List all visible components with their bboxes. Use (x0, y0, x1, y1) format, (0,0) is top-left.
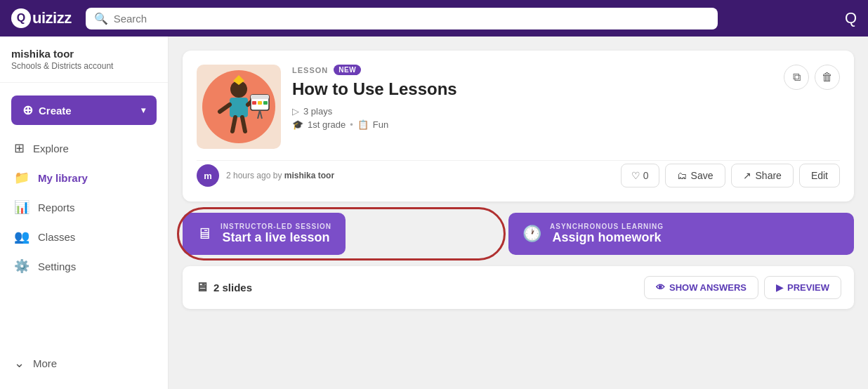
svg-rect-12 (263, 101, 268, 105)
assign-homework-button[interactable]: 🕐 ASYNCHRONOUS LEARNING Assign homework (508, 213, 854, 255)
heart-icon: ♡ (631, 170, 640, 181)
svg-line-7 (242, 117, 245, 131)
sidebar-item-label: Explore (33, 143, 69, 154)
async-btn-text: ASYNCHRONOUS LEARNING Assign homework (550, 223, 664, 245)
lesson-meta: ▷ 3 plays 🎓 1st grade • 📋 Fun (292, 106, 772, 130)
live-session-label: INSTRUCTOR-LED SESSION (221, 223, 331, 230)
save-label: Save (691, 170, 714, 181)
chevron-icon: ⌄ (14, 355, 25, 371)
lesson-type-label: LESSON (292, 66, 328, 74)
sidebar-item-label: Classes (38, 231, 75, 243)
duplicate-button[interactable]: ⧉ (784, 65, 809, 90)
slides-count: 2 slides (213, 282, 252, 294)
svg-rect-9 (251, 95, 269, 99)
create-label: Create (39, 105, 72, 117)
async-title: Assign homework (550, 230, 664, 245)
top-nav: Q uizizz 🔍 Q (0, 0, 868, 37)
logo: Q uizizz (11, 8, 72, 28)
search-input[interactable] (114, 13, 709, 25)
nav-right-icon[interactable]: Q (845, 9, 857, 27)
author-text: 2 hours ago by mishika toor (226, 171, 334, 180)
card-action-btns: ♡ 0 🗂 Save ↗ Share Edit (621, 164, 840, 187)
svg-rect-3 (230, 98, 248, 117)
sidebar-item-explore[interactable]: ⊞ Explore (0, 133, 168, 163)
main-content: LESSON NEW How to Use Lessons ▷ 3 plays … (169, 37, 868, 389)
new-badge: NEW (334, 65, 361, 75)
plays-count: 3 plays (303, 106, 332, 117)
sidebar-item-label: Settings (38, 261, 76, 272)
sidebar-item-label: My library (38, 172, 88, 184)
save-icon: 🗂 (677, 170, 687, 181)
svg-line-6 (232, 117, 235, 131)
save-button[interactable]: 🗂 Save (665, 164, 725, 187)
slides-info: 🖥 2 slides (195, 280, 252, 295)
show-answers-button[interactable]: 👁 SHOW ANSWERS (644, 276, 758, 299)
heart-button[interactable]: ♡ 0 (621, 164, 659, 187)
preview-label: PREVIEW (787, 282, 829, 293)
plus-icon: ⊕ (22, 103, 33, 118)
sidebar-item-label: Reports (38, 202, 75, 213)
search-icon: 🔍 (94, 12, 108, 25)
duplicate-icon: ⧉ (793, 71, 801, 84)
share-icon: ↗ (743, 170, 751, 181)
lesson-type-row: LESSON NEW (292, 65, 772, 75)
sidebar: mishika toor Schools & Districts account… (0, 37, 169, 389)
user-info: mishika toor Schools & Districts account (0, 48, 168, 83)
delete-button[interactable]: 🗑 (815, 65, 840, 90)
time-ago: 2 hours ago by (226, 171, 282, 180)
create-button[interactable]: ⊕ Create ▾ (11, 95, 157, 125)
share-label: Share (756, 170, 782, 181)
classes-icon: 👥 (14, 229, 29, 244)
edit-button[interactable]: Edit (799, 164, 840, 187)
edit-label: Edit (811, 170, 828, 181)
explore-icon: ⊞ (14, 140, 25, 156)
nav-right: Q (845, 9, 857, 27)
eye-icon: 👁 (656, 282, 665, 293)
category-label: Fun (373, 119, 388, 130)
user-account: Schools & Districts account (11, 61, 157, 71)
live-session-title: Start a live lesson (221, 230, 331, 245)
author-avatar: m (197, 164, 219, 187)
grade-row: 🎓 1st grade • 📋 Fun (292, 119, 772, 130)
grade-label: 1st grade (308, 119, 346, 130)
play-preview-icon: ▶ (776, 282, 783, 293)
chevron-down-icon: ▾ (141, 105, 145, 115)
bottom-row: 🖥 2 slides 👁 SHOW ANSWERS ▶ PREVIEW (183, 266, 854, 309)
share-button[interactable]: ↗ Share (731, 164, 794, 187)
logo-q: Q (11, 8, 31, 28)
main-layout: mishika toor Schools & Districts account… (0, 37, 868, 389)
author-name: mishika toor (284, 171, 334, 180)
user-name: mishika toor (11, 48, 157, 60)
live-icon: 🖥 (197, 225, 212, 243)
lesson-card: LESSON NEW How to Use Lessons ▷ 3 plays … (183, 51, 854, 202)
logo-text: uizizz (32, 9, 72, 27)
card-actions-top: ⧉ 🗑 (784, 65, 840, 90)
reports-icon: 📊 (14, 199, 29, 215)
preview-button[interactable]: ▶ PREVIEW (764, 276, 841, 299)
cta-row: 🖥 INSTRUCTOR-LED SESSION Start a live le… (183, 213, 854, 255)
author-info: m 2 hours ago by mishika toor (197, 164, 334, 187)
search-bar[interactable]: 🔍 (86, 8, 718, 29)
svg-rect-10 (252, 101, 256, 105)
live-btn-wrapper: 🖥 INSTRUCTOR-LED SESSION Start a live le… (183, 213, 500, 255)
card-top: LESSON NEW How to Use Lessons ▷ 3 plays … (197, 65, 840, 149)
lesson-title: How to Use Lessons (292, 79, 772, 99)
sidebar-item-my-library[interactable]: 📁 My library (0, 163, 168, 192)
heart-count: 0 (643, 170, 649, 181)
library-icon: 📁 (14, 170, 29, 185)
sidebar-item-reports[interactable]: 📊 Reports (0, 192, 168, 222)
sidebar-item-more[interactable]: ⌄ More (0, 348, 168, 378)
category-icon: 📋 (357, 119, 369, 130)
settings-icon: ⚙️ (14, 258, 29, 274)
sidebar-item-settings[interactable]: ⚙️ Settings (0, 251, 168, 281)
sidebar-item-classes[interactable]: 👥 Classes (0, 222, 168, 251)
live-btn-text: INSTRUCTOR-LED SESSION Start a live less… (221, 223, 331, 245)
async-label: ASYNCHRONOUS LEARNING (550, 223, 664, 230)
card-bottom: m 2 hours ago by mishika toor ♡ 0 🗂 Save (197, 160, 840, 187)
lesson-thumbnail (197, 65, 281, 149)
show-answers-label: SHOW ANSWERS (669, 282, 747, 293)
lesson-info: LESSON NEW How to Use Lessons ▷ 3 plays … (292, 65, 772, 130)
grade-icon: 🎓 (292, 119, 303, 130)
svg-rect-11 (258, 101, 262, 105)
live-lesson-button[interactable]: 🖥 INSTRUCTOR-LED SESSION Start a live le… (183, 213, 346, 255)
